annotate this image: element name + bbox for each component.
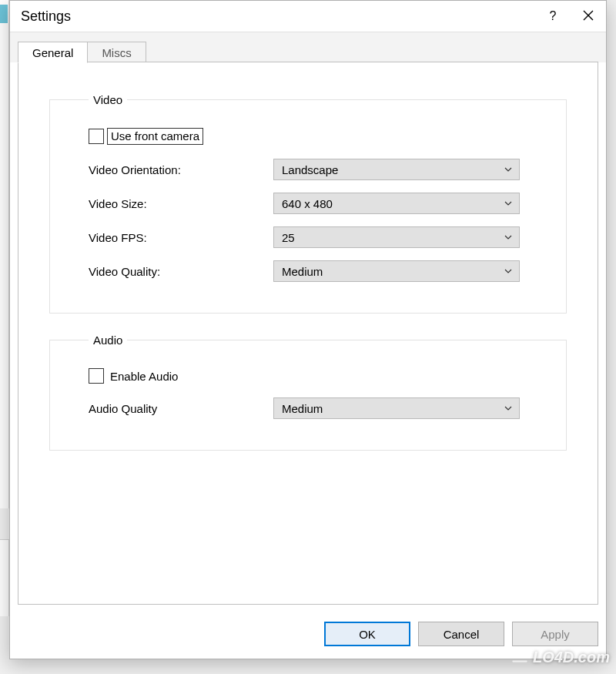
audio-quality-row: Audio Quality Medium [89,397,543,419]
cancel-button[interactable]: Cancel [418,622,504,646]
download-icon [510,645,530,669]
video-fps-dropdown[interactable]: 25 [273,226,520,248]
video-quality-row: Video Quality: Medium [89,260,543,282]
video-size-label: Video Size: [89,197,273,210]
audio-group: Audio Enable Audio Audio Quality Medium [49,334,567,451]
dropdown-value: Medium [282,265,504,278]
enable-audio-label[interactable]: Enable Audio [107,370,178,383]
enable-audio-checkbox[interactable] [89,368,104,384]
video-size-row: Video Size: 640 x 480 [89,193,543,214]
chevron-down-icon [504,233,513,242]
tab-general[interactable]: General [18,42,88,63]
video-orientation-row: Video Orientation: Landscape [89,159,543,180]
use-front-camera-label[interactable]: Use front camera [107,128,203,145]
video-orientation-label: Video Orientation: [89,163,273,176]
use-front-camera-row: Use front camera [89,128,543,145]
audio-quality-label: Audio Quality [89,402,273,415]
apply-button[interactable]: Apply [512,622,598,646]
help-button[interactable]: ? [535,1,571,32]
video-fps-label: Video FPS: [89,231,273,244]
tab-content-general: Video Use front camera Video Orientation… [18,62,598,605]
background-window-edge [0,0,9,508]
close-icon [583,8,594,25]
audio-legend: Audio [89,334,127,347]
video-size-dropdown[interactable]: 640 x 480 [273,193,520,214]
use-front-camera-checkbox[interactable] [89,129,104,144]
titlebar: Settings ? [10,1,606,32]
video-legend: Video [89,93,127,106]
button-label: OK [359,628,376,641]
background-app-icon [0,5,8,23]
button-label: Cancel [444,628,480,641]
tabstrip: General Miscs [10,32,606,62]
enable-audio-row: Enable Audio [89,368,543,384]
chevron-down-icon [504,199,513,208]
tab-miscs[interactable]: Miscs [87,42,146,63]
ok-button[interactable]: OK [324,622,410,646]
help-icon: ? [550,9,557,23]
video-quality-label: Video Quality: [89,265,273,278]
video-group: Video Use front camera Video Orientation… [49,93,567,314]
dropdown-value: 640 x 480 [282,197,504,210]
audio-quality-dropdown[interactable]: Medium [273,397,520,419]
window-title: Settings [21,8,71,25]
tab-label: General [32,46,73,59]
video-quality-dropdown[interactable]: Medium [273,260,520,282]
dialog-button-row: OK Cancel Apply [324,622,598,646]
settings-dialog: Settings ? General Miscs Video Use f [9,0,607,659]
chevron-down-icon [504,165,513,174]
chevron-down-icon [504,404,513,413]
tab-label: Miscs [102,46,131,59]
video-fps-row: Video FPS: 25 [89,226,543,248]
close-button[interactable] [571,1,606,32]
watermark-text: LO4D.com [533,649,610,666]
video-orientation-dropdown[interactable]: Landscape [273,159,520,180]
watermark: LO4D.com [510,645,610,669]
tabstrip-divider [18,62,598,62]
dropdown-value: Medium [282,402,504,415]
background-window-edge-lower [0,539,9,616]
dropdown-value: 25 [282,231,504,244]
button-label: Apply [541,628,570,641]
dropdown-value: Landscape [282,163,504,176]
chevron-down-icon [504,267,513,276]
